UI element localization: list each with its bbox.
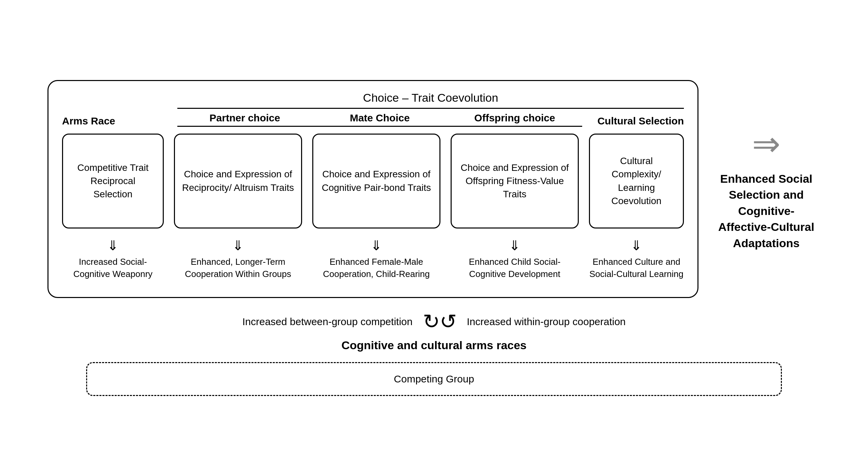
mate-choice-label: Mate Choice [312, 112, 447, 127]
column-labels: Arms Race Partner choice Mate Choice Off… [62, 112, 684, 127]
choice-trait-header: Choice – Trait Coevolution [177, 91, 684, 109]
arms-races-text: Cognitive and cultural arms races [47, 339, 821, 352]
offspring-outcome-text: Enhanced Child Social-Cognitive Developm… [451, 256, 579, 280]
partner-outcome-col: ⇓ Enhanced, Longer-Term Cooperation With… [174, 239, 302, 280]
competing-group-box: Competing Group [86, 362, 782, 396]
cultural-selection-box: Cultural Complexity/ Learning Coevolutio… [589, 134, 684, 229]
page-container: Choice – Trait Coevolution Arms Race Par… [27, 66, 841, 410]
right-side-label: ⇒ Enhanced Social Selection and Cognitiv… [712, 127, 821, 252]
offspring-choice-box: Choice and Expression of Offspring Fitne… [451, 134, 579, 229]
offspring-down-arrow: ⇓ [509, 239, 520, 252]
cultural-down-arrow: ⇓ [631, 239, 642, 252]
partner-down-arrow: ⇓ [232, 239, 244, 252]
cycle-arrows-icon: ↻↺ [423, 312, 457, 332]
mate-choice-box: Choice and Expression of Cognitive Pair-… [312, 134, 440, 229]
inner-boxes-row: Competitive Trait Reciprocal Selection C… [62, 134, 684, 229]
arms-outcome-text: Increased Social-Cognitive Weaponry [62, 256, 164, 280]
enhanced-social-text: Enhanced Social Selection and Cognitive-… [712, 171, 821, 252]
partner-choice-label: Partner choice [177, 112, 312, 127]
mate-outcome-col: ⇓ Enhanced Female-Male Cooperation, Chil… [312, 239, 440, 280]
between-group-text: Increased between-group competition [242, 316, 413, 328]
within-group-text: Increased within-group cooperation [467, 316, 626, 328]
arms-down-arrow: ⇓ [107, 239, 119, 252]
arrow-outcome-row: ⇓ Increased Social-Cognitive Weaponry ⇓ … [62, 239, 684, 280]
arms-outcome-col: ⇓ Increased Social-Cognitive Weaponry [62, 239, 164, 280]
arms-race-label: Arms Race [62, 115, 177, 127]
arms-race-box: Competitive Trait Reciprocal Selection [62, 134, 164, 229]
top-section: Choice – Trait Coevolution Arms Race Par… [47, 80, 821, 298]
partner-outcome-text: Enhanced, Longer-Term Cooperation Within… [174, 256, 302, 280]
partner-choice-box: Choice and Expression of Reciprocity/ Al… [174, 134, 302, 229]
offspring-outcome-col: ⇓ Enhanced Child Social-Cognitive Develo… [451, 239, 579, 280]
main-diagram-box: Choice – Trait Coevolution Arms Race Par… [47, 80, 698, 298]
cultural-selection-label: Cultural Selection [582, 115, 684, 127]
mate-down-arrow: ⇓ [371, 239, 382, 252]
bottom-section: Increased between-group competition ↻↺ I… [47, 312, 821, 396]
competition-cooperation-row: Increased between-group competition ↻↺ I… [47, 312, 821, 332]
cultural-outcome-col: ⇓ Enhanced Culture and Social-Cultural L… [589, 239, 684, 280]
mate-outcome-text: Enhanced Female-Male Cooperation, Child-… [312, 256, 440, 280]
right-arrow-icon: ⇒ [752, 127, 781, 161]
offspring-choice-label: Offspring choice [447, 112, 582, 127]
cultural-outcome-text: Enhanced Culture and Social-Cultural Lea… [589, 256, 684, 280]
